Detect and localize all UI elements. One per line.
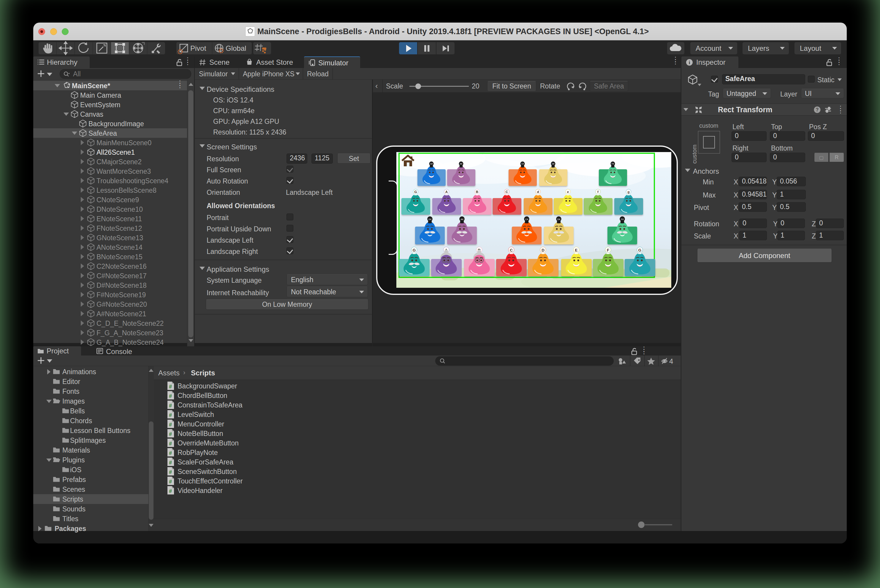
svg-text:e: e	[567, 190, 569, 194]
svg-text:#: #	[169, 384, 172, 390]
svg-text:C#: C#	[521, 163, 524, 165]
svg-text:#: #	[169, 403, 172, 409]
svg-text:F#: F#	[621, 218, 624, 220]
svg-text:G#: G#	[429, 218, 432, 220]
svg-text:D#: D#	[557, 218, 561, 220]
svg-text:#: #	[169, 488, 172, 494]
svg-text:G: G	[414, 190, 417, 194]
svg-text:A#: A#	[460, 163, 463, 165]
svg-text:?: ?	[816, 107, 819, 112]
svg-text:#: #	[169, 441, 172, 447]
svg-text:#: #	[169, 422, 172, 428]
svg-text:G#: G#	[430, 163, 433, 165]
svg-text:f: f	[597, 190, 598, 194]
svg-text:#: #	[169, 460, 172, 466]
svg-text:C: C	[505, 190, 508, 194]
svg-text:#: #	[169, 412, 172, 418]
svg-text:G: G	[638, 248, 641, 252]
svg-text:#: #	[169, 393, 172, 399]
svg-text:4: 4	[669, 357, 673, 365]
svg-text:C#: C#	[525, 218, 528, 220]
svg-text:C: C	[510, 248, 513, 252]
svg-text:d: d	[537, 190, 539, 194]
svg-text:D#: D#	[552, 163, 555, 165]
svg-text:A: A	[445, 190, 448, 194]
svg-text:g: g	[627, 190, 630, 194]
svg-text:#: #	[169, 450, 172, 456]
svg-text:B: B	[476, 190, 478, 194]
svg-text:i: i	[689, 60, 690, 65]
svg-text:E: E	[575, 248, 578, 252]
svg-text:#: #	[169, 479, 172, 484]
svg-text:F#: F#	[612, 163, 614, 165]
svg-text:D: D	[541, 248, 544, 252]
svg-text:#: #	[169, 431, 172, 437]
svg-text:#: #	[169, 469, 172, 475]
svg-text:F: F	[607, 248, 609, 252]
svg-text:A#: A#	[460, 218, 463, 220]
svg-text:G: G	[413, 248, 416, 252]
